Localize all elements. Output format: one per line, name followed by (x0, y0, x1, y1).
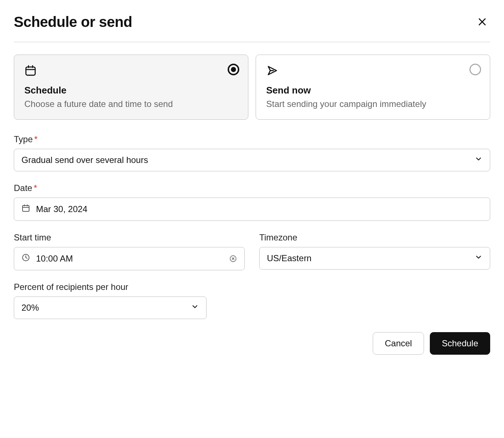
mode-title-send-now: Send now (266, 85, 480, 96)
svg-rect-2 (26, 67, 35, 75)
calendar-small-icon (21, 204, 30, 215)
percent-value: 20% (21, 303, 39, 313)
close-icon (477, 17, 487, 28)
dialog-header: Schedule or send (14, 14, 490, 31)
start-time-input[interactable]: 10:00 AM (14, 247, 245, 270)
clock-icon (21, 253, 30, 264)
schedule-button[interactable]: Schedule (430, 332, 490, 355)
radio-unselected (469, 64, 481, 75)
dialog-title: Schedule or send (14, 14, 132, 30)
date-value: Mar 30, 2024 (36, 204, 87, 214)
close-button[interactable] (474, 14, 490, 31)
divider (14, 42, 490, 42)
mode-desc-send-now: Start sending your campaign immediately (266, 99, 480, 109)
percent-select[interactable]: 20% (14, 296, 207, 319)
chevron-down-icon (475, 253, 483, 263)
label-timezone: Timezone (259, 232, 490, 243)
mode-title-schedule: Schedule (24, 85, 238, 96)
svg-rect-7 (23, 206, 29, 211)
field-percent: Percent of recipients per hour 20% (14, 282, 490, 319)
mode-card-send-now[interactable]: Send now Start sending your campaign imm… (256, 55, 490, 120)
field-timezone: Timezone US/Eastern (259, 232, 490, 270)
field-type: Type* Gradual send over several hours (14, 134, 490, 171)
required-asterisk: * (34, 134, 37, 144)
field-start-time: Start time 10:00 AM (14, 232, 245, 270)
label-percent: Percent of recipients per hour (14, 282, 490, 292)
mode-desc-schedule: Choose a future date and time to send (24, 99, 238, 109)
label-date: Date* (14, 183, 490, 193)
field-date: Date* Mar 30, 2024 (14, 183, 490, 221)
label-type: Type* (14, 134, 490, 144)
chevron-down-icon (475, 155, 483, 165)
mode-options: Schedule Choose a future date and time t… (14, 55, 490, 120)
cancel-button[interactable]: Cancel (373, 332, 424, 355)
radio-selected (228, 64, 239, 75)
required-asterisk: * (34, 183, 37, 193)
chevron-down-icon (191, 303, 199, 313)
dialog-footer: Cancel Schedule (14, 332, 490, 355)
type-select[interactable]: Gradual send over several hours (14, 149, 490, 171)
send-icon (266, 64, 480, 78)
timezone-value: US/Eastern (267, 253, 312, 263)
calendar-icon (24, 64, 238, 78)
timezone-select[interactable]: US/Eastern (259, 247, 490, 270)
type-value: Gradual send over several hours (21, 155, 148, 165)
mode-card-schedule[interactable]: Schedule Choose a future date and time t… (14, 55, 248, 120)
start-time-value: 10:00 AM (36, 254, 73, 264)
label-start-time: Start time (14, 232, 245, 243)
clear-time-button[interactable] (229, 255, 237, 263)
date-input[interactable]: Mar 30, 2024 (14, 198, 490, 221)
